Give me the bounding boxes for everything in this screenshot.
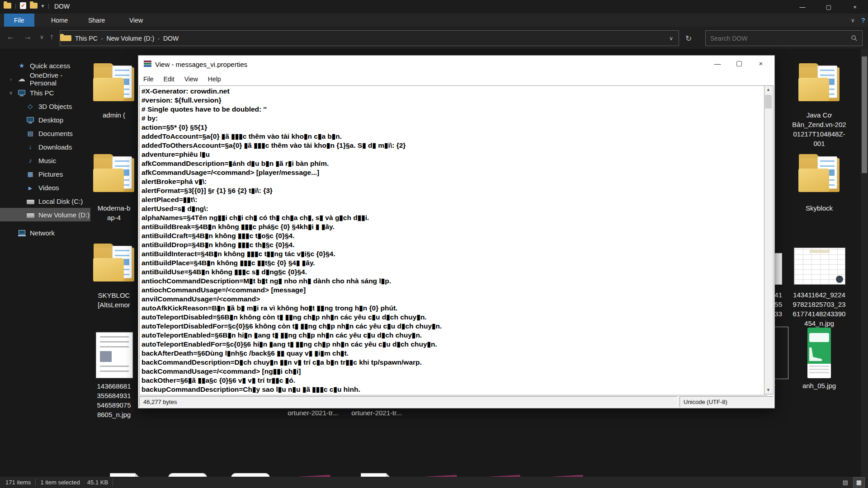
up-button[interactable]: ↑ [50, 32, 54, 42]
titlebar-separator: | [47, 2, 49, 9]
sidebar-item-label: Videos [38, 184, 59, 192]
address-bar[interactable]: This PC›New Volume (D:)›DOW ∨ [60, 30, 679, 46]
address-folder-icon [60, 35, 71, 41]
image-thumbnail[interactable] [794, 248, 845, 285]
minimize-button[interactable]: — [789, 0, 816, 14]
drive-icon [26, 198, 34, 204]
recent-locations-chevron-icon[interactable]: ∨ [40, 34, 44, 40]
sidebar-item-label: Downloads [38, 143, 72, 151]
vid-icon [26, 184, 34, 192]
window-title: DOW [54, 3, 70, 10]
maximize-button[interactable]: ▢ [816, 0, 842, 14]
image-thumbnail[interactable] [807, 328, 831, 378]
tab-file[interactable]: File [4, 14, 34, 27]
sidebar-item-this-pc[interactable]: ∨This PC [0, 86, 90, 99]
refresh-icon[interactable]: ↻ [685, 34, 692, 43]
sidebar-item-videos[interactable]: Videos [0, 181, 90, 194]
music-icon [26, 157, 34, 164]
sidebar-item-downloads[interactable]: Downloads [0, 140, 90, 154]
expand-chevron-icon[interactable]: › [8, 76, 14, 82]
ribbon-tab-bar: FileHomeShareView ∨ ? [0, 14, 868, 27]
explorer-scrollbar-thumb[interactable] [862, 56, 867, 173]
large-icons-view-button[interactable]: ▦ [854, 478, 864, 487]
statusbar-separator [35, 479, 36, 486]
breadcrumb-item[interactable]: New Volume (D:) [103, 35, 158, 42]
sidebar-item-label: OneDrive - Personal [30, 71, 90, 87]
window-titlebar: | ✓ ▾ | DOW — ▢ × [0, 0, 868, 14]
forward-button[interactable]: → [24, 32, 32, 42]
sidebar-item-network[interactable]: Network [0, 226, 90, 239]
search-input[interactable] [706, 35, 851, 42]
expand-chevron-icon[interactable]: ∨ [8, 90, 14, 96]
sidebar-item-pictures[interactable]: Pictures [0, 167, 90, 181]
viewer-minimize-button[interactable]: — [710, 57, 725, 69]
back-button[interactable]: ← [6, 32, 14, 42]
down-icon [26, 143, 34, 150]
viewer-title: View - messages_vi.properties [155, 61, 247, 68]
file-item-label: Skyblock [778, 203, 860, 213]
sidebar-item-label: This PC [30, 89, 54, 97]
sidebar-item-documents[interactable]: Documents [0, 127, 90, 140]
viewer-statusbar: 46,277 bytes Unicode (UTF-8) [138, 395, 774, 408]
viewer-scrollbar[interactable]: ▲ ▼ [764, 85, 774, 394]
net-icon [18, 229, 26, 236]
sidebar-item-label: Music [38, 157, 56, 164]
sidebar-item-label: 3D Objects [38, 103, 72, 110]
tab-home[interactable]: Home [41, 14, 78, 27]
folder-icon[interactable] [797, 63, 841, 102]
breadcrumb-item[interactable]: This PC [71, 35, 101, 42]
viewer-menu-view[interactable]: View [179, 75, 203, 83]
quick-access-check-icon[interactable]: ✓ [20, 2, 26, 9]
details-view-button[interactable]: ▤ [840, 478, 851, 487]
statusbar-separator [113, 479, 113, 486]
viewer-status-encoding: Unicode (UTF-8) [679, 396, 774, 407]
items-count: 171 items [5, 479, 31, 486]
file-item-label: r [773, 381, 787, 391]
star-icon [18, 62, 26, 69]
help-icon[interactable]: ? [861, 16, 865, 24]
address-dropdown-chevron-icon[interactable]: ∨ [664, 35, 679, 42]
winrar-books-icon [144, 61, 151, 68]
viewer-maximize-button[interactable]: ▢ [732, 57, 746, 69]
folder-icon[interactable] [92, 244, 136, 282]
breadcrumb: This PC›New Volume (D:)›DOW [71, 35, 182, 42]
viewer-titlebar[interactable]: View - messages_vi.properties — ▢ × [138, 56, 774, 73]
scroll-down-icon[interactable]: ▼ [764, 386, 772, 394]
explorer-scrollbar[interactable] [861, 49, 868, 477]
monitor-icon [18, 89, 26, 96]
viewer-text[interactable]: #X-Generator: crowdin.net #version: ${fu… [139, 85, 767, 395]
ribbon-collapse-chevron-icon[interactable]: ∨ [851, 17, 855, 23]
viewer-close-button[interactable]: × [754, 57, 768, 69]
search-box[interactable] [705, 30, 863, 46]
folder-icon[interactable] [92, 63, 136, 102]
breadcrumb-item[interactable]: DOW [160, 35, 182, 42]
cube-icon [26, 103, 34, 110]
close-button[interactable]: × [842, 0, 868, 14]
sidebar-item-music[interactable]: Music [0, 154, 90, 167]
file-item-label: Java Cơ Bản_Zend.vn-202 01217T104848Z- 0… [778, 110, 860, 148]
selection-size: 45.1 KB [87, 479, 108, 486]
pic-icon [26, 170, 34, 178]
scroll-up-icon[interactable]: ▲ [764, 86, 772, 94]
sidebar-item-quick-access[interactable]: Quick access [0, 59, 90, 72]
viewer-menu-help[interactable]: Help [203, 75, 226, 83]
selection-count: 1 item selected [40, 479, 80, 486]
viewer-menubar: FileEditViewHelp [138, 73, 774, 85]
viewer-menu-edit[interactable]: Edit [159, 75, 179, 83]
viewer-scrollbar-thumb[interactable] [765, 95, 772, 108]
sidebar-item-label: Desktop [38, 116, 63, 124]
file-item-label: 143411642_9224 97821825703_23 6177414824… [778, 290, 860, 328]
quick-access-folder-icon[interactable] [30, 3, 38, 9]
viewer-menu-file[interactable]: File [138, 75, 159, 83]
folder-icon[interactable] [92, 154, 136, 193]
app-folder-icon [4, 3, 11, 9]
folder-icon[interactable] [797, 154, 841, 193]
sidebar-item-onedrive-personal[interactable]: ›OneDrive - Personal [0, 72, 90, 86]
tab-view[interactable]: View [119, 14, 153, 27]
qat-customize-chevron-icon[interactable]: ▾ [41, 3, 44, 9]
tab-share[interactable]: Share [78, 14, 115, 27]
search-icon[interactable] [851, 35, 858, 42]
navigation-bar: ← → ∨ ↑ This PC›New Volume (D:)›DOW ∨ ↻ [0, 27, 868, 49]
viewer-status-bytes: 46,277 bytes [139, 396, 678, 407]
image-thumbnail[interactable] [96, 332, 133, 378]
